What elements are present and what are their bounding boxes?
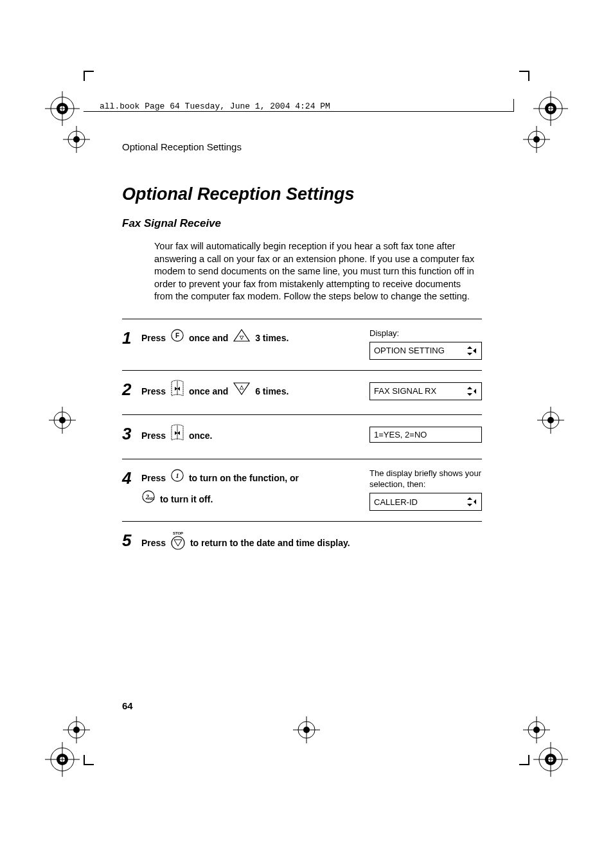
text: to return to the date and time display. — [190, 538, 350, 548]
stop-label: STOP — [173, 531, 183, 535]
step-instruction: Press STOP to return to the date and tim… — [141, 531, 369, 556]
nav-arrows-icon — [466, 345, 477, 357]
step-display: 1=YES, 2=NO — [369, 424, 482, 443]
crosshair-icon — [519, 122, 554, 157]
content-region: Optional Reception Settings Optional Rec… — [122, 141, 482, 567]
svg-marker-71 — [467, 497, 472, 500]
open-book-key-icon — [170, 424, 184, 448]
svg-marker-56 — [175, 387, 177, 391]
svg-marker-54 — [473, 348, 476, 353]
text: once and — [189, 386, 231, 396]
svg-text:ABC: ABC — [148, 497, 155, 500]
svg-point-17 — [533, 136, 540, 143]
keypad-1-icon: 1 — [170, 468, 184, 489]
lcd-readout: FAX SIGNAL RX — [369, 382, 482, 400]
text: Press — [141, 473, 168, 483]
svg-marker-72 — [467, 504, 472, 506]
lcd-text: 1=YES, 2=NO — [374, 430, 427, 439]
text: Press — [141, 430, 168, 441]
svg-point-13 — [73, 136, 80, 143]
step-row: 1 Press F once and ▽ 3 times. Display: — [122, 319, 482, 371]
lcd-text: CALLER-ID — [374, 497, 418, 507]
down-triangle-key-icon: △ — [233, 382, 251, 402]
svg-point-74 — [172, 536, 184, 549]
step-row: 3 Press once. 1=YES, 2=NO — [122, 415, 482, 459]
runhead-text: all.book Page 64 Tuesday, June 1, 2004 4… — [100, 102, 330, 111]
crosshair-icon — [533, 403, 568, 438]
display-label: Display: — [369, 328, 482, 339]
svg-text:▽: ▽ — [239, 335, 244, 341]
svg-marker-60 — [467, 387, 472, 389]
svg-marker-64 — [175, 431, 177, 435]
crop-mark — [84, 71, 94, 81]
step-row: 5 Press STOP to return to the date and t… — [122, 522, 482, 567]
stop-key-icon: STOP — [170, 531, 186, 556]
svg-text:△: △ — [239, 384, 244, 390]
crop-mark — [519, 71, 529, 81]
svg-point-21 — [59, 417, 66, 423]
crosshair-icon — [59, 713, 94, 747]
regmark-icon — [45, 91, 80, 126]
text: to turn it off. — [160, 494, 213, 504]
display-note: The display briefly shows your selection… — [369, 468, 482, 490]
svg-marker-75 — [174, 540, 182, 546]
step-row: 2 Press once and △ 6 times. FAX SIGNAL R… — [122, 371, 482, 415]
crosshair-icon — [289, 713, 324, 747]
running-title: Optional Reception Settings — [122, 141, 482, 152]
step-instruction: Press once and △ 6 times. — [141, 380, 369, 404]
crosshair-icon — [519, 713, 554, 747]
lcd-readout: CALLER-ID — [369, 493, 482, 511]
lcd-text: OPTION SETTING — [374, 346, 445, 355]
svg-point-39 — [73, 727, 80, 733]
intro-paragraph: Your fax will automatically begin recept… — [154, 240, 482, 303]
text: 3 times. — [255, 333, 289, 343]
page-number: 64 — [122, 700, 133, 711]
lcd-readout: 1=YES, 2=NO — [369, 427, 482, 443]
svg-text:F: F — [175, 332, 179, 339]
step-number: 4 — [122, 468, 141, 486]
svg-point-25 — [547, 417, 554, 423]
crop-mark — [519, 755, 529, 765]
svg-point-43 — [533, 727, 540, 733]
nav-arrows-icon — [466, 496, 477, 508]
text: Press — [141, 386, 168, 396]
step-row: 4 Press 1 to turn on the function, or 2A… — [122, 459, 482, 522]
section-subtitle: Fax Signal Receive — [122, 217, 482, 230]
step-display: Display: OPTION SETTING — [369, 328, 482, 360]
svg-marker-52 — [467, 346, 472, 349]
crosshair-icon — [45, 403, 80, 438]
step-number: 3 — [122, 424, 141, 442]
text: once and — [189, 333, 231, 343]
open-book-key-icon — [170, 380, 184, 404]
text: once. — [189, 430, 213, 441]
keypad-2-icon: 2ABC — [141, 490, 155, 510]
crosshair-icon — [59, 122, 94, 157]
up-triangle-key-icon: ▽ — [233, 328, 251, 349]
regmark-icon — [533, 91, 568, 126]
step-instruction: Press once. — [141, 424, 369, 448]
step-number: 1 — [122, 328, 141, 346]
step-number: 5 — [122, 531, 141, 549]
step-display: The display briefly shows your selection… — [369, 468, 482, 511]
svg-text:1: 1 — [176, 472, 179, 479]
text: Press — [141, 538, 168, 548]
lcd-text: FAX SIGNAL RX — [374, 386, 436, 396]
svg-marker-65 — [177, 431, 180, 435]
runhead-rule — [84, 111, 514, 112]
lcd-readout: OPTION SETTING — [369, 342, 482, 360]
text: Press — [141, 333, 168, 343]
steps-table: 1 Press F once and ▽ 3 times. Display: — [122, 319, 482, 567]
page-title: Optional Reception Settings — [122, 184, 482, 204]
regmark-icon — [533, 742, 568, 777]
step-instruction: Press 1 to turn on the function, or 2ABC… — [141, 468, 369, 510]
svg-marker-62 — [474, 389, 476, 394]
text: 6 times. — [255, 386, 289, 396]
svg-marker-73 — [474, 499, 476, 504]
crop-mark — [84, 755, 94, 765]
step-instruction: Press F once and ▽ 3 times. — [141, 328, 369, 349]
page: all.book Page 64 Tuesday, June 1, 2004 4… — [0, 0, 613, 868]
text: to turn on the function, or — [189, 473, 299, 483]
svg-point-47 — [303, 727, 310, 733]
svg-marker-61 — [467, 393, 472, 396]
svg-marker-53 — [467, 353, 472, 355]
